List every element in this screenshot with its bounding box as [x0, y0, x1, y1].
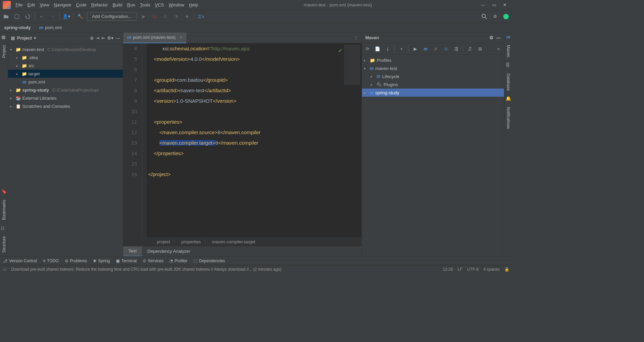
toggle-offline-icon[interactable]: ⫽ [432, 46, 439, 51]
settings-icon[interactable]: ⚙ [491, 13, 499, 21]
subtab-text[interactable]: Text [123, 246, 142, 256]
sync-icon[interactable] [24, 13, 32, 21]
menu-help[interactable]: Help [187, 1, 200, 9]
menu-run[interactable]: Run [125, 1, 137, 9]
fold-column[interactable] [142, 43, 147, 237]
minimap[interactable] [344, 45, 360, 85]
menu-window[interactable]: Window [167, 1, 186, 9]
show-deps-icon[interactable]: ⇶ [453, 46, 459, 51]
toolwin-todo[interactable]: ≡TODO [43, 259, 59, 263]
menu-tools[interactable]: Tools [138, 1, 152, 9]
save-icon[interactable] [13, 13, 21, 21]
toolwin-profiler[interactable]: ◔Profiler [169, 259, 187, 263]
dropdown-icon[interactable]: ▾ [34, 35, 36, 41]
status-line-ending[interactable]: LF [458, 267, 462, 272]
breadcrumb-properties[interactable]: properties [181, 239, 201, 244]
more-icon[interactable]: » [495, 46, 502, 51]
tree-node-target[interactable]: ▸📁target [8, 70, 123, 78]
hide-maven-icon[interactable]: — [496, 35, 501, 40]
maven-node-maven-test[interactable]: ▾mmaven-test [362, 64, 504, 72]
toolwin-dependencies[interactable]: ⬚Dependencies [193, 259, 225, 263]
status-icon[interactable]: ▭ [3, 267, 6, 272]
back-icon[interactable]: ← [38, 13, 46, 21]
menu-vcs[interactable]: VCS [153, 1, 166, 9]
add-configuration-button[interactable]: Add Configuration... [87, 12, 137, 21]
toolwin-version-control[interactable]: ⎇Version Control [3, 259, 37, 263]
expand-icon[interactable]: ⇥ [96, 35, 99, 41]
database-tool-icon[interactable]: 🗄 [506, 63, 511, 68]
project-tool-label[interactable]: Project [2, 44, 6, 59]
toolwin-services[interactable]: ⊙Services [143, 259, 163, 263]
toolwin-spring[interactable]: ❀Spring [93, 259, 110, 263]
tree-node-src[interactable]: ▸📁src [8, 62, 123, 70]
run-maven-icon[interactable]: ▶ [412, 46, 419, 51]
profile-icon[interactable]: ◔ [172, 13, 180, 21]
bookmarks-tool-label[interactable]: Bookmarks [2, 198, 6, 221]
maven-node-profiles[interactable]: ▸📁Profiles [362, 56, 504, 64]
menu-code[interactable]: Code [74, 1, 89, 9]
structure-tool-icon[interactable]: ⌸ [1, 225, 7, 231]
maven-tree[interactable]: ▸📁Profiles▾mmaven-test▸⚙Lifecycle▸🔌Plugi… [362, 55, 504, 256]
tab-more-icon[interactable]: ⋮ [350, 35, 362, 40]
menu-file[interactable]: File [14, 1, 25, 9]
open-icon[interactable] [2, 13, 10, 21]
minimize-button[interactable]: — [481, 2, 485, 7]
maven-node-plugins[interactable]: ▸🔌Plugins [362, 80, 504, 89]
inspection-ok-icon[interactable]: ✔ [338, 45, 343, 56]
breadcrumb-maven.compiler.target[interactable]: maven.compiler.target [212, 239, 255, 244]
jetbrains-icon[interactable] [502, 13, 510, 21]
generate-sources-icon[interactable]: 📄 [374, 46, 381, 51]
editor-tab[interactable]: m pom.xml (maven-test) × [123, 32, 186, 43]
status-message[interactable]: Download pre-built shared indexes: Reduc… [11, 267, 438, 272]
collapse-icon[interactable]: ⇤ [101, 35, 105, 41]
maven-tool-label[interactable]: Maven [506, 44, 511, 58]
notifications-tool-icon[interactable]: 🔔 [506, 96, 511, 101]
project-tool-icon[interactable]: ▦ [1, 34, 7, 40]
tree-node-scratches-and-consoles[interactable]: ▸📋Scratches and Consoles [8, 102, 123, 110]
menu-refactor[interactable]: Refactor [89, 1, 110, 9]
code-text[interactable]: xsi:schemaLocation="http://maven.apa <mo… [147, 43, 362, 237]
hide-panel-icon[interactable]: — [116, 35, 120, 41]
forward-icon[interactable]: → [48, 13, 56, 21]
toolwin-problems[interactable]: ⊘Problems [65, 259, 87, 263]
locate-icon[interactable]: ⊕ [90, 35, 94, 41]
run-icon[interactable]: ▶ [140, 13, 148, 21]
menu-edit[interactable]: Edit [25, 1, 37, 9]
maven-settings-icon[interactable]: ⚙ [489, 35, 493, 40]
toolwin-terminal[interactable]: ▣Terminal [116, 259, 137, 263]
add-project-icon[interactable]: + [398, 46, 405, 51]
close-button[interactable]: ✕ [503, 2, 507, 7]
menu-build[interactable]: Build [111, 1, 124, 9]
execute-goal-icon[interactable]: m [422, 46, 429, 51]
status-encoding[interactable]: UTF-8 [467, 267, 479, 272]
debug-icon[interactable]: 🐞 [151, 13, 159, 21]
database-tool-label[interactable]: Database [506, 72, 511, 92]
tree-node-maven-test[interactable]: ▾📁maven-testC:\Users\lenovo\Desktop [8, 45, 123, 53]
close-tab-icon[interactable]: × [180, 35, 182, 40]
maven-node-lifecycle[interactable]: ▸⚙Lifecycle [362, 72, 504, 80]
menu-view[interactable]: View [38, 1, 51, 9]
toggle-skip-tests-icon[interactable]: ⊘ [442, 46, 449, 51]
maven-node-spring-study[interactable]: ▸mspring-study [362, 89, 504, 97]
tree-node-external-libraries[interactable]: ▸📚External Libraries [8, 94, 123, 102]
project-tree[interactable]: ▾📁maven-testC:\Users\lenovo\Desktop▸📁.id… [8, 44, 123, 256]
coverage-icon[interactable]: ⊙ [161, 13, 169, 21]
menu-navigate[interactable]: Navigate [52, 1, 73, 9]
breadcrumb-project[interactable]: project [157, 239, 170, 244]
stop-icon[interactable]: ■ [183, 13, 191, 21]
code-area[interactable]: 45678910111213141516 xsi:schemaLocation=… [123, 43, 362, 237]
maximize-button[interactable]: ▭ [492, 2, 496, 7]
reload-icon[interactable]: ⟳ [364, 46, 371, 51]
status-lock-icon[interactable]: 🔒 [504, 267, 509, 272]
tree-node-spring-study[interactable]: ▸📁spring-studyE:\Code\IdeaProject\spr [8, 86, 123, 94]
avatar-icon[interactable]: 👤▾ [62, 13, 70, 21]
maven-tool-icon[interactable]: m [506, 34, 510, 40]
show-graph-icon[interactable]: ⊞ [477, 46, 483, 51]
panel-settings-icon[interactable]: ⚙▾ [107, 35, 114, 41]
hammer-icon[interactable]: 🔨 [76, 13, 84, 21]
bookmarks-tool-icon[interactable]: 🔖 [1, 189, 7, 194]
search-icon[interactable] [480, 13, 488, 21]
breadcrumb-file[interactable]: pom.xml [45, 25, 62, 30]
notifications-tool-label[interactable]: Notifications [506, 105, 511, 130]
download-icon[interactable]: ⭳ [384, 46, 391, 51]
